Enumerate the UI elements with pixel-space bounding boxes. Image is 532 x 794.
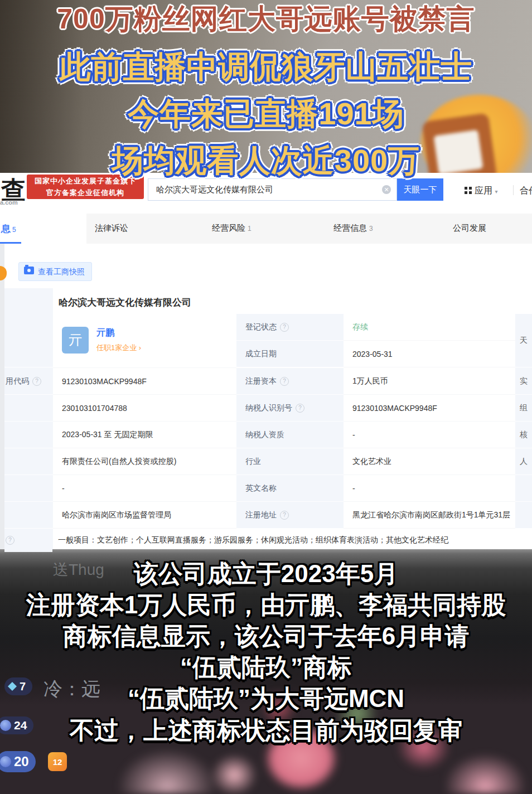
help-icon[interactable]: ? — [32, 377, 41, 386]
business-reg-number-value: 230103101704788 — [53, 395, 236, 422]
establish-date-label: 成立日期 — [245, 349, 277, 359]
business-scope-row: ? 一般项目：文艺创作；个人互联网直播服务；游乐园服务；休闲观光活动；组织体育表… — [4, 529, 532, 552]
company-content: 查看工商快照 哈尔滨大哥远文化传媒有限公司 亓 亓鹏 任职1家企业 › 登记状态… — [0, 244, 532, 549]
registered-address-value: 黑龙江省哈尔滨市南岗区邮政街1号1单元31层 — [344, 502, 515, 529]
search-box: ✕ — [148, 178, 397, 201]
industry-value: 文化艺术业 — [344, 448, 515, 475]
english-name-value: - — [344, 475, 515, 502]
table-row: 哈尔滨市南岗区市场监督管理局 注册地址? 黑龙江省哈尔滨市南岗区邮政街1号1单元… — [4, 502, 532, 529]
tab-company-development[interactable]: 公司发展 — [453, 223, 489, 234]
gift-badge[interactable]: 12 — [48, 752, 67, 771]
page-edge-strip — [0, 244, 4, 549]
taxpayer-id-label: 纳税人识别号 — [245, 403, 292, 413]
legal-person-cell: 亓 亓鹏 任职1家企业 › — [53, 314, 236, 368]
screenshot-stage: 700万粉丝网红大哥远账号被禁言 此前直播中调侃狼牙山五壮士 今年来已直播191… — [0, 0, 532, 794]
bottom-caption-line3: 商标信息显示，该公司于去年6月申请 — [0, 620, 532, 653]
company-info-table: 亓 亓鹏 任职1家企业 › 登记状态? 成立日期 存续 2023-05-31 天 — [4, 314, 532, 552]
search-button[interactable]: 天眼一下 — [397, 178, 443, 201]
tianyancha-logo-domain: a.com — [0, 199, 18, 206]
search-input[interactable] — [148, 179, 385, 200]
table-row-legal-person: 亓 亓鹏 任职1家企业 › 登记状态? 成立日期 存续 2023-05-31 天 — [4, 314, 532, 368]
taxpayer-qualification-label: 纳税人资质 — [245, 430, 284, 440]
apps-grid-icon — [465, 187, 472, 194]
scope-left-label: ? — [4, 529, 52, 552]
partner-link[interactable]: 合作 — [520, 185, 532, 197]
bottom-caption-line4: “伍贰陆玖”商标 — [0, 651, 532, 684]
status-date-values: 存续 2023-05-31 — [344, 314, 515, 368]
header-divider — [513, 185, 514, 195]
headline-line2: 此前直播中调侃狼牙山五壮士 — [0, 49, 532, 85]
registration-authority-value: 哈尔滨市南岗区市场监督管理局 — [53, 502, 236, 529]
help-icon[interactable]: ? — [280, 323, 289, 332]
company-type-value: 有限责任公司(自然人投资或控股) — [53, 448, 236, 475]
tab-legal-litigation[interactable]: 法律诉讼 — [95, 223, 130, 234]
right-partial-label: 人 — [515, 448, 532, 475]
credit-code-value: 91230103MACKP9948F — [53, 368, 236, 395]
table-row: 230103101704788 纳税人识别号? 91230103MACKP994… — [4, 395, 532, 422]
bottom-caption-line6: 不过，上述商标状态目前为驳回复审 — [0, 714, 532, 747]
company-tabbar: 息5 法律诉讼 经营风险1 经营信息3 公司发展 — [0, 214, 532, 244]
certification-badge-line2: 官方备案企业征信机构 — [27, 187, 144, 198]
help-icon[interactable]: ? — [296, 404, 304, 413]
apps-label: 应用 — [475, 186, 492, 195]
tab-active-label: 息 — [1, 224, 11, 234]
company-info-panel: 哈尔滨大哥远文化传媒有限公司 亓 亓鹏 任职1家企业 › 登记状态? 成立日期 — [4, 288, 532, 549]
credit-code-partial-label: 用代码 — [6, 376, 29, 386]
registered-address-label: 注册地址 — [245, 510, 277, 520]
help-icon[interactable]: ? — [280, 377, 289, 386]
tab-operating-info[interactable]: 经营信息3 — [333, 223, 373, 234]
bottom-caption-line5: “伍贰陆玖”为大哥远MCN — [0, 682, 532, 715]
business-snapshot-button[interactable]: 查看工商快照 — [18, 262, 92, 281]
chevron-down-icon: ▾ — [495, 188, 497, 195]
avatar[interactable]: 亓 — [62, 327, 89, 354]
registered-capital-value: 1万人民币 — [344, 368, 515, 395]
business-term-value: 2023-05-31 至 无固定期限 — [53, 422, 236, 448]
english-name-label: 英文名称 — [245, 483, 277, 493]
tab-active-count: 5 — [12, 226, 16, 234]
tianyancha-header: 查 a.com 国家中小企业发展子基金旗下 官方备案企业征信机构 ✕ 天眼一下 … — [0, 173, 532, 214]
tab-operating-risk[interactable]: 经营风险1 — [212, 223, 252, 234]
legal-person-name[interactable]: 亓鹏 — [96, 327, 114, 339]
table-row: 有限责任公司(自然人投资或控股) 行业 文化艺术业 人 — [4, 448, 532, 475]
row-a-left-label — [4, 314, 53, 367]
help-icon[interactable]: ? — [6, 536, 14, 545]
status-badge: 存续 — [352, 322, 368, 332]
right-partial-label: 核 — [515, 422, 532, 448]
table-row: 用代码? 91230103MACKP9948F 注册资本? 1万人民币 实 — [4, 368, 532, 395]
former-name-value: - — [53, 475, 236, 502]
bottom-caption-line2: 注册资本1万人民币，由亓鹏、李福共同持股 — [0, 589, 532, 622]
registration-status-label: 登记状态 — [245, 322, 277, 332]
legal-person-companies-link[interactable]: 任职1家企业 › — [96, 343, 141, 353]
bottom-caption-line1: 该公司成立于2023年5月 — [0, 558, 532, 590]
right-partial-label: 实 — [515, 368, 532, 395]
headline-line4: 场均观看人次近300万 — [0, 143, 532, 178]
headline-line3: 今年来已直播191场 — [0, 96, 532, 132]
registered-capital-label: 注册资本 — [245, 376, 277, 386]
tab-background-info-active[interactable]: 息5 — [0, 214, 86, 244]
help-icon[interactable]: ? — [280, 511, 289, 520]
status-date-labels: 登记状态? 成立日期 — [236, 314, 344, 368]
industry-label: 行业 — [245, 457, 261, 467]
right-partial-label: 组 — [515, 395, 532, 422]
clear-search-icon[interactable]: ✕ — [382, 185, 391, 194]
right-partial-label: 天 — [515, 314, 532, 367]
taxpayer-id-value: 91230103MACKP9948F — [344, 395, 515, 422]
company-name-title: 哈尔滨大哥远文化传媒有限公司 — [59, 296, 191, 309]
camera-icon — [24, 267, 34, 274]
table-row: 2023-05-31 至 无固定期限 纳税人资质 - 核 — [4, 422, 532, 448]
snapshot-button-label: 查看工商快照 — [38, 267, 85, 276]
apps-menu[interactable]: 应用 ▾ — [465, 185, 497, 196]
taxpayer-qualification-value: - — [344, 422, 515, 448]
headline-line1: 700万粉丝网红大哥远账号被禁言 — [0, 3, 532, 36]
monogram-chip — [0, 266, 7, 280]
establish-date-value: 2023-05-31 — [352, 350, 393, 359]
business-scope-value: 一般项目：文艺创作；个人互联网直播服务；游乐园服务；休闲观光活动；组织体育表演活… — [52, 535, 532, 545]
medal-icon — [0, 756, 11, 767]
table-row: - 英文名称 - — [4, 475, 532, 502]
rank-badge-20: 20 — [0, 751, 36, 772]
